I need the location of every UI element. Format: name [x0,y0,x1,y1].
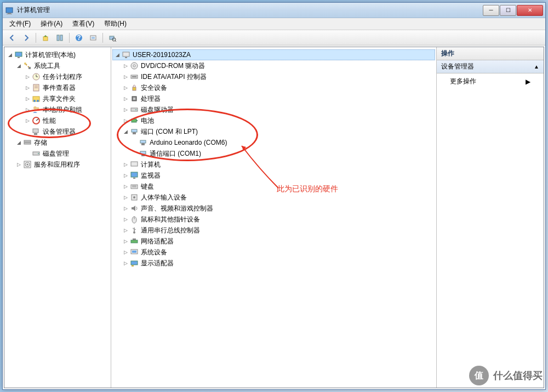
device-dvd[interactable]: ▷ DVD/CD-ROM 驱动器 [112,60,435,71]
collapse-icon[interactable]: ◢ [7,52,13,58]
left-tree-pane[interactable]: ◢ 计算机管理(本地) ◢ 系统工具 ▷ 任务计划程序 ▷ 事件查看器 ▷ [4,47,111,388]
usb-icon [130,226,139,235]
expand-icon[interactable]: ▷ [122,249,129,255]
svg-rect-14 [18,57,20,58]
event-icon [32,83,41,92]
tree-shared-folders[interactable]: ▷ 共享文件夹 [5,93,110,104]
svg-rect-44 [132,76,136,77]
tree-device-manager[interactable]: ▷ 设备管理器 [5,126,110,137]
expand-icon[interactable]: ▷ [122,216,129,223]
minimize-button[interactable]: ─ [483,5,499,16]
tree-system-tools[interactable]: ◢ 系统工具 [5,60,110,71]
tree-task-scheduler[interactable]: ▷ 任务计划程序 [5,71,110,82]
security-icon [130,83,139,92]
tree-label: 监视器 [141,171,161,180]
tree-label: 声音、视频和游戏控制器 [141,204,213,213]
device-battery[interactable]: ▷ 电池 [112,115,435,126]
cpu-icon [130,94,139,103]
collapse-icon[interactable]: ◢ [122,128,129,135]
tree-disk-mgmt[interactable]: ▷ 磁盘管理 [5,148,110,159]
expand-icon[interactable]: ▷ [24,95,31,102]
device-tree-pane[interactable]: ◢ USER-20191023ZA ▷ DVD/CD-ROM 驱动器 ▷ IDE… [111,47,437,388]
device-mouse[interactable]: ▷ 鼠标和其他指针设备 [112,214,435,225]
expand-icon[interactable]: ▷ [122,95,129,102]
svg-rect-56 [140,151,146,154]
device-disk[interactable]: ▷ 磁盘驱动器 [112,104,435,115]
expand-icon[interactable]: ▷ [122,260,129,266]
actions-section[interactable]: 设备管理器 ▲ [437,60,544,73]
tree-label: 计算机 [141,160,161,169]
users-icon [32,105,41,114]
collapse-icon[interactable]: ◢ [15,139,22,146]
computer-node-icon [130,160,139,169]
tree-event-viewer[interactable]: ▷ 事件查看器 [5,82,110,93]
properties-button[interactable] [54,32,66,44]
expand-icon[interactable]: ▷ [122,194,129,201]
help-button[interactable]: ? [73,32,85,44]
app-icon [5,6,14,15]
tree-local-users[interactable]: ▷ 本地用户和组 [5,104,110,115]
tree-label: 处理器 [141,94,161,104]
device-com1[interactable]: ▷ 通信端口 (COM1) [112,148,435,159]
device-monitor[interactable]: ▷ 监视器 [112,170,435,181]
expand-icon[interactable]: ▷ [122,106,129,113]
watermark-text: 什么值得买 [493,369,543,382]
tree-label: 计算机管理(本地) [25,50,76,60]
expand-icon[interactable]: ▷ [24,84,31,91]
device-computer[interactable]: ◢ USER-20191023ZA [112,49,435,60]
expand-icon[interactable]: ▷ [122,183,129,190]
device-usb[interactable]: ▷ 通用串行总线控制器 [112,225,435,236]
device-computers[interactable]: ▷ 计算机 [112,159,435,170]
device-sound[interactable]: ▷ 声音、视频和游戏控制器 [112,203,435,214]
titlebar[interactable]: 计算机管理 ─ ☐ ✕ [3,3,545,18]
device-cpu[interactable]: ▷ 处理器 [112,93,435,104]
device-arduino[interactable]: ▷ Arduino Leonardo (COM6) [112,137,435,148]
svg-point-27 [37,107,39,110]
expand-icon[interactable]: ▷ [122,117,129,124]
expand-icon[interactable]: ▷ [122,63,129,69]
expand-icon[interactable]: ▷ [122,73,129,80]
expand-icon[interactable]: ▷ [24,117,31,124]
device-ide[interactable]: ▷ IDE ATA/ATAPI 控制器 [112,71,435,82]
collapse-icon[interactable]: ◢ [114,52,121,58]
menu-view[interactable]: 查看(V) [68,18,99,30]
menu-action[interactable]: 操作(A) [36,18,67,30]
expand-icon[interactable]: ▷ [122,172,129,179]
expand-icon[interactable]: ▷ [122,205,129,212]
maximize-button[interactable]: ☐ [500,5,516,16]
device-system[interactable]: ▷ 系统设备 [112,247,435,258]
menu-file[interactable]: 文件(F) [5,18,35,30]
tree-services[interactable]: ▷ 服务和应用程序 [5,159,110,170]
expand-icon[interactable]: ▷ [122,84,129,91]
tree-label: USER-20191023ZA [133,51,191,59]
expand-icon[interactable]: ▷ [15,161,22,168]
expand-icon[interactable]: ▷ [24,106,31,113]
tree-root[interactable]: ◢ 计算机管理(本地) [5,49,110,60]
tree-performance[interactable]: ▷ 性能 [5,115,110,126]
main-window: 计算机管理 ─ ☐ ✕ 文件(F) 操作(A) 查看(V) 帮助(H) ? ◢ [2,2,546,390]
up-button[interactable] [39,32,52,44]
tree-storage[interactable]: ◢ 存储 [5,137,110,148]
menu-help[interactable]: 帮助(H) [100,18,131,30]
device-keyboard[interactable]: ▷ 键盘 [112,181,435,192]
scan-button[interactable] [106,32,118,44]
device-hid[interactable]: ▷ 人体学输入设备 [112,192,435,203]
more-actions[interactable]: 更多操作 ▶ [437,73,544,89]
refresh-button[interactable] [87,32,99,44]
device-security[interactable]: ▷ 安全设备 [112,82,435,93]
expand-icon[interactable]: ▷ [24,73,31,80]
svg-rect-71 [133,238,136,240]
close-button[interactable]: ✕ [517,5,543,16]
tree-label: 通信端口 (COM1) [150,149,201,158]
forward-button[interactable] [20,32,32,44]
device-display[interactable]: ▷ 显示适配器 [112,258,435,269]
tree-label: 系统工具 [34,61,60,71]
device-ports[interactable]: ◢ 端口 (COM 和 LPT) [112,126,435,137]
back-button[interactable] [6,32,18,44]
device-network[interactable]: ▷ 网络适配器 [112,236,435,247]
expand-icon[interactable]: ▷ [122,238,129,245]
expand-icon[interactable]: ▷ [122,227,129,234]
dvd-icon [130,61,139,70]
expand-icon[interactable]: ▷ [122,161,129,168]
collapse-icon[interactable]: ◢ [15,63,22,69]
